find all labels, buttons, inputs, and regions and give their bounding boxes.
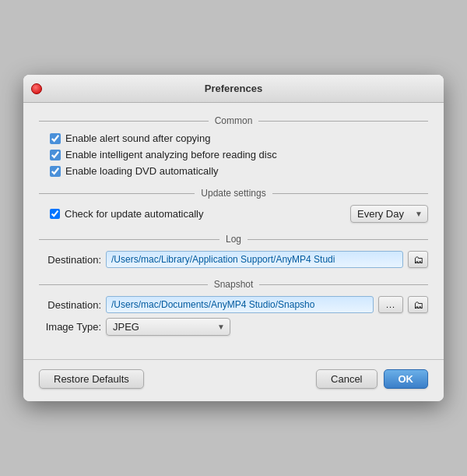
update-header: Update settings — [39, 188, 428, 199]
snapshot-header: Snapshot — [39, 279, 428, 290]
content-area: Common Enable alert sound after copying … — [23, 103, 444, 359]
log-destination-row: Destination: /Users/mac/Library/Applicat… — [39, 251, 428, 268]
image-type-arrow-icon: ▼ — [217, 323, 225, 331]
log-header: Log — [39, 234, 428, 245]
common-section-label: Common — [209, 115, 259, 126]
update-line-left — [39, 193, 195, 194]
snapshot-section-label: Snapshot — [208, 279, 260, 290]
log-dest-field: /Users/mac/Library/Application Support/A… — [106, 251, 403, 268]
image-type-row: Image Type: JPEG ▼ — [39, 318, 428, 336]
update-row: Check for update automatically Every Day… — [50, 205, 428, 223]
checkbox-row-1: Enable alert sound after copying — [50, 132, 428, 144]
update-section: Update settings Check for update automat… — [39, 188, 428, 223]
titlebar: Preferences — [23, 75, 444, 103]
update-frequency-value: Every Day — [357, 208, 412, 220]
loading-dvd-checkbox[interactable] — [50, 166, 61, 177]
update-frequency-dropdown[interactable]: Every Day ▼ — [350, 205, 428, 223]
checkbox-row-2: Enable intelligent analyzing before read… — [50, 149, 428, 160]
window-title: Preferences — [205, 83, 262, 94]
update-section-label: Update settings — [195, 188, 272, 199]
common-header: Common — [39, 115, 428, 126]
dropdown-arrow-icon: ▼ — [415, 210, 423, 218]
snap-dest-label: Destination: — [39, 299, 101, 311]
check-update-label: Check for update automatically — [65, 208, 203, 220]
restore-defaults-button[interactable]: Restore Defaults — [39, 369, 144, 389]
image-type-value: JPEG — [113, 321, 214, 333]
snap-browse-button[interactable]: 🗂 — [408, 296, 428, 313]
log-line-left — [39, 239, 219, 240]
close-button[interactable] — [31, 83, 42, 94]
update-line-right — [272, 193, 428, 194]
alert-sound-label: Enable alert sound after copying — [65, 132, 210, 144]
log-line-right — [248, 239, 428, 240]
checkbox-row-3: Enable loading DVD automatically — [50, 165, 428, 177]
header-line-left — [39, 121, 209, 122]
update-left: Check for update automatically — [50, 208, 203, 220]
alert-sound-checkbox[interactable] — [50, 133, 61, 144]
loading-dvd-label: Enable loading DVD automatically — [65, 165, 219, 177]
check-update-checkbox[interactable] — [50, 209, 60, 219]
cancel-button[interactable]: Cancel — [316, 369, 377, 389]
header-line-right — [258, 121, 428, 122]
snap-line-right — [259, 284, 428, 285]
image-type-label: Image Type: — [39, 321, 101, 333]
common-section: Common Enable alert sound after copying … — [39, 115, 428, 177]
image-type-dropdown[interactable]: JPEG ▼ — [106, 318, 230, 336]
log-dest-label: Destination: — [39, 254, 101, 266]
dots-icon: ... — [386, 300, 395, 309]
snapshot-section: Snapshot Destination: /Users/mac/Documen… — [39, 279, 428, 336]
preferences-window: Preferences Common Enable alert sound af… — [23, 75, 444, 401]
folder-icon: 🗂 — [413, 254, 423, 266]
log-section: Log Destination: /Users/mac/Library/Appl… — [39, 234, 428, 268]
snap-dest-field: /Users/mac/Documents/AnyMP4 Studio/Snaps… — [106, 296, 374, 313]
intelligent-analyzing-label: Enable intelligent analyzing before read… — [65, 149, 277, 160]
footer: Restore Defaults Cancel OK — [23, 359, 444, 401]
log-browse-button[interactable]: 🗂 — [408, 251, 428, 268]
footer-right-buttons: Cancel OK — [316, 369, 428, 389]
snap-line-left — [39, 284, 208, 285]
snap-dots-button[interactable]: ... — [378, 296, 403, 313]
log-section-label: Log — [219, 234, 248, 245]
snap-destination-row: Destination: /Users/mac/Documents/AnyMP4… — [39, 296, 428, 313]
ok-button[interactable]: OK — [384, 369, 429, 389]
intelligent-analyzing-checkbox[interactable] — [50, 150, 61, 160]
snap-folder-icon: 🗂 — [413, 299, 423, 311]
